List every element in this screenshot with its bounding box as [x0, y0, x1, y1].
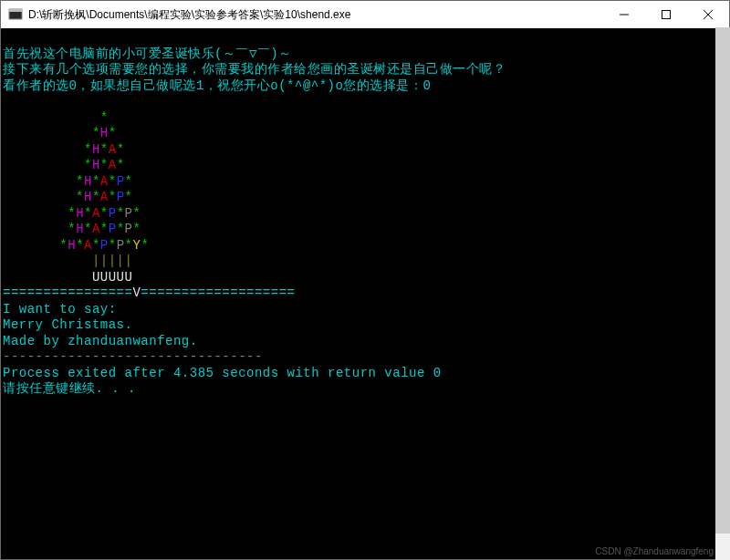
- user-choice: 0: [422, 78, 431, 93]
- made-by-line: Made by zhanduanwanfeng.: [3, 334, 198, 348]
- say-line: I want to say:: [3, 302, 117, 316]
- svg-rect-1: [9, 9, 22, 12]
- vertical-scrollbar[interactable]: [715, 27, 730, 560]
- prompt-line-1: 接下来有几个选项需要您的选择，你需要我的作者给您画的圣诞树还是自己做一个呢？: [3, 62, 506, 77]
- merry-line: Merry Christmas.: [3, 317, 132, 332]
- tree-trunk-u: UUUUU: [3, 270, 132, 285]
- scrollbar-thumb[interactable]: [715, 27, 730, 534]
- minimize-button[interactable]: [603, 1, 645, 28]
- process-exit-line: Process exited after 4.385 seconds with …: [3, 366, 442, 380]
- titlebar[interactable]: D:\斩断挽枫\Documents\编程实验\实验参考答案\实验10\shend…: [1, 1, 729, 28]
- window-title: D:\斩断挽枫\Documents\编程实验\实验参考答案\实验10\shend…: [28, 7, 350, 23]
- greeting-line: 首先祝这个电脑前的小可爱圣诞快乐(～￣▽￣)～: [3, 47, 292, 61]
- app-icon: [8, 7, 23, 22]
- console-output: 首先祝这个电脑前的小可爱圣诞快乐(～￣▽￣)～ 接下来有几个选项需要您的选择，你…: [1, 28, 729, 559]
- maximize-button[interactable]: [645, 1, 687, 28]
- press-any-key-line: 请按任意键继续. . .: [3, 381, 136, 396]
- svg-rect-3: [662, 11, 671, 19]
- ground-left: ================: [3, 285, 132, 300]
- dash-separator: --------------------------------: [3, 349, 263, 364]
- prompt-line-2: 看作者的选0，如果想自己做呢选1，祝您开心o(*^@^*)o您的选择是：: [3, 78, 422, 93]
- watermark: CSDN @Zhanduanwangfeng: [595, 546, 714, 556]
- app-window: D:\斩断挽枫\Documents\编程实验\实验参考答案\实验10\shend…: [0, 0, 730, 560]
- tree-trunk-pipes: |||||: [3, 254, 132, 268]
- tree-row-1: *: [3, 110, 109, 125]
- titlebar-left: D:\斩断挽枫\Documents\编程实验\实验参考答案\实验10\shend…: [8, 7, 350, 23]
- ground-right: ===================: [141, 285, 295, 300]
- close-button[interactable]: [687, 1, 729, 28]
- window-controls: [603, 1, 729, 28]
